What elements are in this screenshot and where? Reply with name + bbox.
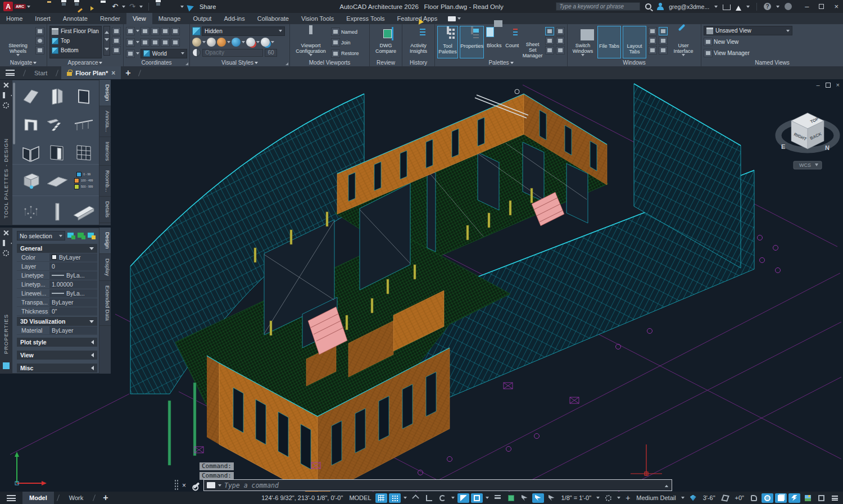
close-tab-icon[interactable]: × [111, 69, 115, 77]
viewport-restore-button[interactable] [826, 83, 831, 88]
layer-state-button[interactable] [112, 46, 121, 55]
style-conceptual-icon[interactable] [207, 38, 216, 47]
section-3d-visualization[interactable]: 3D Visualization [17, 317, 97, 326]
steering-wheels-button[interactable]: Steering Wheels [2, 26, 34, 58]
command-input-field[interactable] [203, 479, 672, 491]
drawing-viewport[interactable]: E N TOP RIGHT BACK WCS – × Command: Comm… [0, 79, 843, 492]
autohide-icon[interactable] [3, 92, 9, 98]
prop-row-color[interactable]: Color ByLayer [17, 253, 97, 262]
visual-styles-expander-icon[interactable] [285, 62, 288, 65]
file-tab-menu-icon[interactable] [6, 70, 15, 76]
style-shaded-icon[interactable] [217, 38, 226, 47]
cut-plane-icon[interactable] [687, 493, 699, 503]
tool-opening[interactable] [18, 112, 44, 137]
close-icon[interactable] [3, 230, 9, 236]
tool-sprinklers[interactable] [18, 199, 44, 224]
ucs-object-button[interactable] [161, 27, 170, 35]
orbit-button[interactable] [35, 37, 44, 45]
customize-wrench-icon[interactable] [193, 482, 200, 488]
ucs-z-button[interactable] [161, 38, 170, 47]
activity-insights-button[interactable]: Activity Insights [405, 26, 432, 58]
view-cube[interactable]: E N TOP RIGHT BACK WCS [778, 113, 837, 169]
command-line-palette-button[interactable] [545, 27, 554, 35]
palette-tab-annotation[interactable]: Annota... [99, 106, 111, 137]
switch-windows-button[interactable]: Switch Windows [570, 26, 596, 58]
style-edge-icon[interactable] [261, 38, 270, 47]
hardware-acceleration-toggle[interactable] [788, 493, 800, 503]
lineweight-toggle[interactable] [492, 493, 504, 503]
annotation-dropdown-icon[interactable] [617, 497, 620, 499]
redo-dropdown[interactable] [139, 6, 143, 8]
tab-start[interactable]: Start [29, 66, 53, 79]
snap-mode-toggle[interactable] [389, 493, 401, 503]
visual-style-dropdown[interactable]: Hidden [202, 26, 285, 36]
properties-tab-display[interactable]: Display [99, 254, 111, 281]
properties-tab-design[interactable]: Design [99, 228, 111, 254]
ucs-view-button[interactable] [140, 38, 149, 47]
user-account-button[interactable]: greg@x3dme... [669, 3, 709, 10]
ucs-x-button[interactable] [151, 38, 160, 47]
customization-menu-button[interactable] [829, 493, 841, 503]
workspace-switching-button[interactable] [748, 493, 760, 503]
panel-label-visual-styles[interactable]: Visual Styles [190, 60, 289, 66]
tab-add-ins[interactable]: Add-ins [217, 13, 251, 24]
panel-label-history[interactable]: History [402, 60, 434, 66]
properties-tab-extended-data[interactable]: Extended Data [99, 281, 111, 326]
cascade-button[interactable] [648, 46, 657, 55]
tab-output[interactable]: Output [187, 13, 217, 24]
annotation-scale-button[interactable]: 1/8" = 1'-0" [559, 494, 594, 501]
tool-stairs[interactable] [44, 112, 71, 137]
panel-label-windows[interactable]: Windows [568, 60, 701, 66]
selection-dropdown[interactable]: No selection [17, 231, 65, 240]
compass-north-label[interactable]: N [825, 144, 830, 151]
ucs-world-button[interactable] [140, 27, 149, 35]
command-scroll-up-icon[interactable] [665, 483, 668, 487]
osnap-tracking-toggle[interactable] [532, 493, 544, 503]
sheet-set-button[interactable] [167, 3, 176, 11]
tool-corner-window[interactable] [18, 140, 44, 165]
selection-cycling-toggle[interactable] [519, 493, 531, 503]
ucs-previous-button[interactable] [151, 27, 160, 35]
list-item-bottom[interactable]: Bottom [50, 46, 101, 55]
tab-home[interactable]: Home [0, 13, 29, 24]
export-button[interactable] [86, 3, 95, 11]
properties-titlebar[interactable]: PROPERTIES [0, 228, 12, 374]
new-drawing-tab-button[interactable]: + [121, 68, 135, 78]
polar-dropdown-icon[interactable] [451, 497, 455, 499]
tool-column[interactable] [44, 199, 71, 224]
style-realistic-icon[interactable] [232, 38, 241, 47]
layout-tab-work[interactable]: Work [62, 492, 90, 504]
isodraft-toggle[interactable] [457, 493, 469, 503]
tool-palettes-titlebar[interactable]: TOOL PALETTES - DESIGN [0, 80, 12, 225]
prop-row-lineweight[interactable]: Linewei... ByLa... [17, 289, 97, 298]
layers-button[interactable] [775, 493, 787, 503]
materials-browser-button[interactable] [556, 46, 565, 55]
help-dropdown[interactable] [776, 6, 779, 8]
panel-label-coordinates[interactable]: Coordinates [124, 60, 189, 66]
viewport-join-button[interactable]: Join [331, 38, 359, 47]
palette-scrollbar[interactable] [13, 83, 15, 144]
open-file-button[interactable] [47, 3, 56, 11]
tab-vision-tools[interactable]: Vision Tools [295, 13, 340, 24]
cut-height-button[interactable]: 3'-6" [701, 494, 718, 501]
tool-window[interactable] [70, 84, 97, 108]
coordinates-expander-icon[interactable] [185, 62, 188, 65]
close-button[interactable]: × [834, 2, 839, 11]
prop-row-thickness[interactable]: Thickness 0" [17, 307, 97, 316]
tile-horizontally-button[interactable] [648, 27, 657, 35]
blocks-button[interactable]: Blocks [486, 26, 502, 58]
regen-all-button[interactable] [112, 37, 121, 45]
style-xray-icon[interactable] [246, 38, 255, 47]
detail-dropdown-icon[interactable] [681, 497, 685, 499]
ortho-mode-toggle[interactable] [423, 493, 435, 503]
sheets-palette-button[interactable] [545, 37, 554, 45]
new-layout-button[interactable]: + [98, 493, 112, 503]
add-scales-button[interactable]: + [623, 493, 632, 502]
layout-tab-model[interactable]: Model [22, 492, 54, 504]
viewport-configuration-button[interactable]: Viewport Configuration [292, 26, 329, 58]
tab-express-tools[interactable]: Express Tools [340, 13, 391, 24]
panel-label-named-views[interactable]: Named Views [701, 60, 843, 66]
calculator-button[interactable] [556, 37, 565, 45]
properties-button[interactable]: Properties [460, 26, 484, 58]
prop-row-layer[interactable]: Layer 0 [17, 262, 97, 271]
